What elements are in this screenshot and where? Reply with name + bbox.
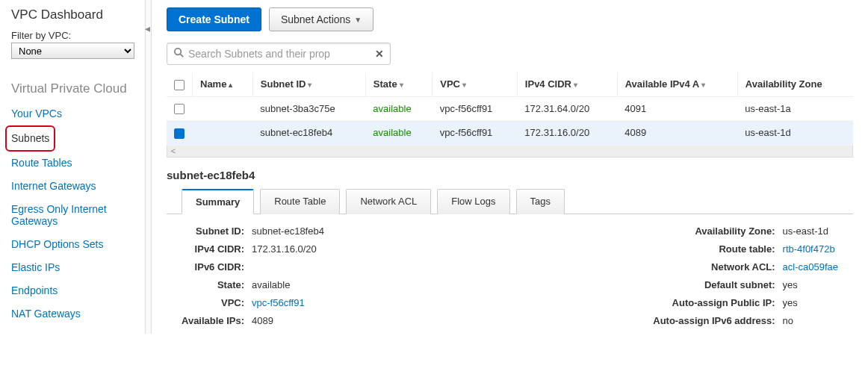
cell-cidr: 172.31.16.0/20: [517, 121, 617, 146]
label-ipv4-cidr: IPv4 CIDR:: [182, 243, 244, 255]
cell-cidr: 172.31.64.0/20: [517, 96, 617, 121]
column-ipv4-cidr[interactable]: IPv4 CIDR▾: [517, 72, 617, 96]
label-auto-assign-ipv6: Auto-assign IPv6 address:: [653, 315, 775, 326]
section-header-vpc: Virtual Private Cloud: [11, 81, 145, 96]
svg-line-1: [180, 54, 183, 57]
sidebar-item-route-tables[interactable]: Route Tables: [11, 152, 145, 175]
select-all-checkbox[interactable]: [174, 80, 185, 90]
tab-tags[interactable]: Tags: [516, 189, 565, 214]
cell-available: 4091: [617, 96, 737, 121]
label-default-subnet: Default subnet:: [653, 279, 775, 290]
subnet-actions-label: Subnet Actions: [281, 13, 350, 25]
tab-summary[interactable]: Summary: [182, 189, 254, 214]
value-auto-assign-ip: yes: [783, 297, 838, 308]
value-network-acl-link[interactable]: acl-ca059fae: [783, 261, 838, 273]
subnets-table: Name▴ Subnet ID▾ State▾ VPC▾ IPv4 CIDR▾ …: [167, 72, 853, 146]
value-ipv6-cidr: [252, 261, 324, 273]
value-route-table-link[interactable]: rtb-4f0f472b: [783, 243, 838, 255]
value-ipv4-cidr: 172.31.16.0/20: [252, 243, 324, 255]
value-state: available: [252, 279, 324, 290]
label-ipv6-cidr: IPv6 CIDR:: [182, 261, 244, 273]
scroll-left-icon[interactable]: <: [167, 146, 179, 155]
sidebar-item-subnets[interactable]: Subnets: [5, 125, 55, 152]
row-checkbox[interactable]: [174, 128, 185, 139]
create-subnet-button[interactable]: Create Subnet: [167, 7, 261, 31]
column-vpc[interactable]: VPC▾: [433, 72, 518, 96]
cell-subnet-id: subnet-3ba3c75e: [252, 96, 365, 121]
sidebar-item-your-vpcs[interactable]: Your VPCs: [11, 102, 145, 125]
filter-vpc-select[interactable]: None: [11, 43, 134, 59]
cell-state: available: [365, 121, 432, 146]
subnet-actions-button[interactable]: Subnet Actions ▼: [269, 7, 373, 31]
label-auto-assign-ip: Auto-assign Public IP:: [653, 297, 775, 308]
filter-label: Filter by VPC:: [11, 30, 145, 41]
sidebar-item-elastic-ips[interactable]: Elastic IPs: [11, 256, 145, 279]
sidebar-resize-grip[interactable]: ◂: [146, 0, 152, 334]
column-availability-zone[interactable]: Availability Zone: [737, 72, 853, 96]
column-state[interactable]: State▾: [365, 72, 432, 96]
chevron-down-icon: ▼: [354, 16, 362, 24]
column-name[interactable]: Name▴: [193, 72, 253, 96]
cell-vpc: vpc-f56cff91: [433, 96, 518, 121]
sidebar-item-dhcp-options[interactable]: DHCP Options Sets: [11, 233, 145, 256]
label-subnet-id: Subnet ID:: [182, 225, 244, 237]
horizontal-scrollbar[interactable]: <: [167, 146, 853, 158]
sidebar-item-nat-gateways[interactable]: NAT Gateways: [11, 302, 145, 326]
search-icon: [173, 47, 185, 60]
table-row[interactable]: subnet-ec18feb4 available vpc-f56cff91 1…: [167, 121, 853, 146]
value-az: us-east-1d: [783, 225, 838, 237]
table-row[interactable]: subnet-3ba3c75e available vpc-f56cff91 1…: [167, 96, 853, 121]
cell-subnet-id: subnet-ec18feb4: [252, 121, 365, 146]
column-available-ipv4[interactable]: Available IPv4 A▾: [617, 72, 737, 96]
column-subnet-id[interactable]: Subnet ID▾: [252, 72, 365, 96]
label-state: State:: [182, 279, 244, 290]
tab-flow-logs[interactable]: Flow Logs: [437, 189, 509, 214]
detail-panel: Subnet ID: subnet-ec18feb4 IPv4 CIDR: 17…: [167, 225, 853, 326]
label-network-acl: Network ACL:: [653, 261, 775, 273]
cell-vpc: vpc-f56cff91: [433, 121, 518, 146]
label-available-ips: Available IPs:: [182, 315, 244, 326]
sidebar-item-endpoints[interactable]: Endpoints: [11, 279, 145, 302]
cell-state: available: [365, 96, 432, 121]
value-subnet-id: subnet-ec18feb4: [252, 225, 324, 237]
cell-name: [193, 96, 253, 121]
cell-az: us-east-1a: [737, 96, 853, 121]
sidebar-item-egress-only-igw[interactable]: Egress Only Internet Gateways: [11, 198, 145, 234]
value-vpc-link[interactable]: vpc-f56cff91: [252, 297, 324, 308]
value-auto-assign-ipv6: no: [783, 315, 838, 326]
label-route-table: Route table:: [653, 243, 775, 255]
detail-tabs: Summary Route Table Network ACL Flow Log…: [167, 189, 853, 214]
label-vpc: VPC:: [182, 297, 244, 308]
svg-point-0: [175, 49, 181, 55]
cell-az: us-east-1d: [737, 121, 853, 146]
tab-route-table[interactable]: Route Table: [260, 189, 340, 214]
dashboard-title[interactable]: VPC Dashboard: [11, 7, 145, 22]
detail-title: subnet-ec18feb4: [167, 169, 853, 181]
clear-search-icon[interactable]: ✕: [375, 48, 384, 60]
cell-available: 4089: [617, 121, 737, 146]
collapse-sidebar-icon[interactable]: ◂: [145, 22, 150, 34]
value-default-subnet: yes: [783, 279, 838, 290]
cell-name: [193, 121, 253, 146]
toolbar: Create Subnet Subnet Actions ▼: [167, 7, 853, 31]
value-available-ips: 4089: [252, 315, 324, 326]
search-box[interactable]: ✕: [167, 43, 391, 65]
main-content: Create Subnet Subnet Actions ▼ ✕ Name▴ S…: [152, 0, 868, 334]
sidebar-item-internet-gateways[interactable]: Internet Gateways: [11, 175, 145, 198]
tab-network-acl[interactable]: Network ACL: [346, 189, 431, 214]
label-az: Availability Zone:: [653, 225, 775, 237]
row-checkbox[interactable]: [174, 104, 185, 114]
search-input[interactable]: [188, 48, 375, 60]
sidebar: VPC Dashboard Filter by VPC: None Virtua…: [0, 0, 146, 334]
